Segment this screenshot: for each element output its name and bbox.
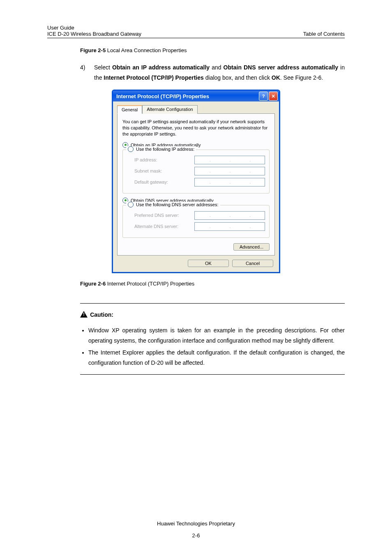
label-ip-address: IP address: [127, 157, 157, 162]
tab-strip: General Alternate Configuration [117, 105, 275, 114]
figure-2-6-text: Internet Protocol (TCP/IP) Properties [106, 281, 194, 287]
caution-heading: Caution: [80, 311, 345, 318]
t: Internet Protocol (TCP/IP) Properties [104, 74, 203, 81]
t: Select [94, 64, 112, 71]
titlebar-text: Internet Protocol (TCP/IP) Properties [116, 93, 209, 99]
figure-2-5-label: Figure 2-5 [80, 47, 106, 53]
alternate-dns-field[interactable]: ... [194, 222, 265, 231]
figure-2-6-label: Figure 2-6 [80, 281, 106, 287]
tab-pane-general: You can get IP settings assigned automat… [117, 114, 275, 256]
t: . See Figure 2-6. [280, 74, 323, 81]
footer-line1: Huawei Technologies Proprietary [0, 520, 392, 527]
t: and [210, 64, 224, 71]
tcpip-properties-dialog: Internet Protocol (TCP/IP) Properties ? … [112, 90, 280, 273]
step-4-number: 4) [80, 62, 94, 83]
cancel-button[interactable]: Cancel [232, 260, 273, 267]
t: OK [272, 74, 280, 81]
t: Obtain an IP address automatically [112, 64, 210, 71]
caution-bullet-2: The Internet Explorer applies the defaul… [88, 348, 345, 368]
label-subnet-mask: Subnet mask: [127, 168, 162, 173]
caution-list: Window XP operating system is taken for … [80, 325, 345, 368]
ip-address-field[interactable]: ... [194, 156, 265, 164]
help-icon[interactable]: ? [259, 92, 268, 101]
page-header: User Guide ICE D-20 Wireless Broadband G… [47, 25, 345, 38]
divider [80, 374, 345, 375]
titlebar[interactable]: Internet Protocol (TCP/IP) Properties ? … [113, 91, 279, 101]
caution-label: Caution: [90, 311, 113, 318]
dialog-description: You can get IP settings assigned automat… [122, 119, 270, 137]
page-footer: Huawei Technologies Proprietary 2-6 [0, 520, 392, 539]
t: dialog box, and then click [204, 74, 272, 81]
header-line1: User Guide [47, 25, 141, 31]
t: Obtain DNS server address automatically [224, 64, 338, 71]
tab-general[interactable]: General [117, 105, 142, 114]
radio-icon [128, 146, 134, 152]
group-use-dns: Use the following DNS server addresses: … [122, 205, 270, 238]
radio-use-following-ip[interactable]: Use the following IP address: [126, 146, 196, 152]
label-alternate-dns: Alternate DNS server: [127, 224, 178, 229]
caution-bullet-1: Window XP operating system is taken for … [88, 325, 345, 346]
step-4: 4) Select Obtain an IP address automatic… [80, 62, 345, 83]
preferred-dns-field[interactable]: ... [194, 211, 265, 220]
figure-2-5-text: Local Area Connection Properties [106, 47, 187, 53]
ok-button[interactable]: OK [188, 260, 229, 267]
header-line2: ICE D-20 Wireless Broadband Gateway [47, 31, 141, 37]
caution-icon [80, 311, 88, 318]
radio-label: Use the following DNS server addresses: [136, 202, 219, 207]
footer-page-number: 2-6 [0, 532, 392, 539]
subnet-mask-field[interactable]: ... [194, 167, 265, 175]
figure-2-6-caption: Figure 2-6 Internet Protocol (TCP/IP) Pr… [80, 281, 345, 287]
radio-label: Use the following IP address: [136, 147, 194, 152]
header-right: Table of Contents [303, 31, 345, 37]
figure-2-5-caption: Figure 2-5 Local Area Connection Propert… [80, 47, 345, 53]
radio-icon [128, 202, 134, 207]
label-preferred-dns: Preferred DNS server: [127, 213, 179, 218]
radio-use-following-dns[interactable]: Use the following DNS server addresses: [126, 202, 220, 207]
default-gateway-field[interactable]: ... [194, 178, 265, 187]
close-icon[interactable]: × [269, 92, 278, 101]
advanced-button[interactable]: Advanced... [233, 243, 270, 251]
divider [80, 303, 345, 304]
tab-alternate-configuration[interactable]: Alternate Configuration [142, 105, 198, 114]
label-default-gateway: Default gateway: [127, 180, 168, 184]
step-4-body: Select Obtain an IP address automaticall… [94, 62, 345, 83]
group-use-ip: Use the following IP address: IP address… [122, 150, 270, 193]
